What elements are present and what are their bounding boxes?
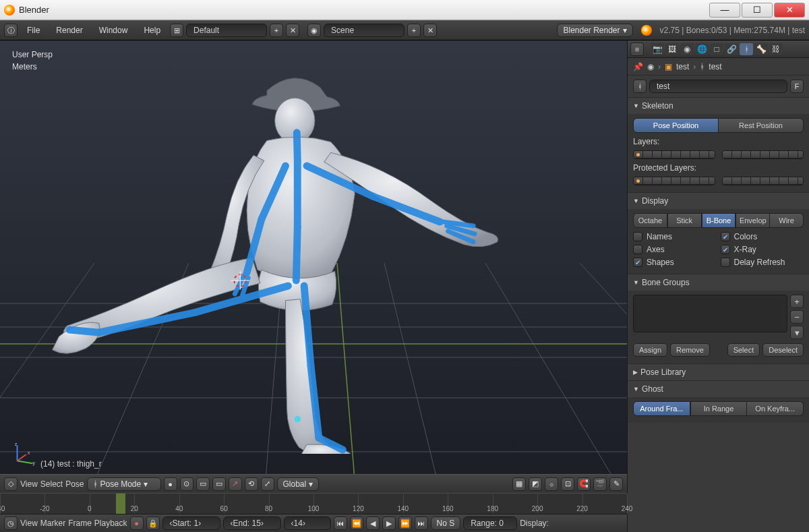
keyframe-prev-icon[interactable]: ⏪ xyxy=(350,516,363,530)
screen-layout-field[interactable]: Default xyxy=(186,24,267,37)
layer-cell[interactable] xyxy=(751,177,760,185)
layer-cell[interactable] xyxy=(789,151,798,158)
orientation-dropdown[interactable]: Global ▾ xyxy=(277,477,320,491)
tab-bone-icon[interactable]: 🦴 xyxy=(754,43,768,55)
layer-cell[interactable] xyxy=(662,177,671,185)
keyframe-next-icon[interactable]: ⏩ xyxy=(398,516,412,530)
editor-type-icon[interactable]: ◇ xyxy=(4,477,18,491)
timeline-editor-icon[interactable]: ◷ xyxy=(4,516,18,530)
tab-render-icon[interactable]: 📷 xyxy=(651,43,664,55)
layer-cell[interactable] xyxy=(634,177,643,185)
layer-cell[interactable] xyxy=(798,177,804,185)
bone-group-specials-icon[interactable]: ▾ xyxy=(790,326,804,339)
display-mode-b-bone[interactable]: B-Bone xyxy=(702,213,736,228)
protected-layers-b[interactable] xyxy=(722,177,804,185)
tab-object-icon[interactable]: □ xyxy=(710,43,723,55)
remove-scene-button[interactable]: ✕ xyxy=(423,24,437,37)
mode-dropdown[interactable]: ᚼ Pose Mode ▾ xyxy=(87,477,161,491)
layer-cell[interactable] xyxy=(643,151,653,158)
layer-cell[interactable] xyxy=(751,151,760,158)
menu-window[interactable]: Window xyxy=(92,24,135,36)
ghost-tab-1[interactable]: In Range xyxy=(690,401,748,416)
start-frame-field[interactable]: ‹ Start: 1 › xyxy=(162,516,220,530)
lock-icon[interactable]: 🔒 xyxy=(146,516,160,530)
layer-cell[interactable] xyxy=(709,177,715,185)
layer-cell[interactable] xyxy=(653,151,662,158)
fake-user-button[interactable]: F xyxy=(790,80,804,93)
layer-cell[interactable] xyxy=(681,177,690,185)
bonegroup-remove-button[interactable]: Remove xyxy=(670,343,710,357)
panel-ghost-header[interactable]: ▼Ghost xyxy=(628,381,809,397)
panel-display-header[interactable]: ▼Display xyxy=(628,193,809,209)
tl-menu-frame[interactable]: Frame xyxy=(68,519,92,528)
ghost-tab-2[interactable]: On Keyfra... xyxy=(747,401,804,416)
layer-cell[interactable] xyxy=(653,177,662,185)
manipulator-rotate-icon[interactable]: ⟲ xyxy=(245,477,258,491)
layer-cell[interactable] xyxy=(770,177,779,185)
tl-menu-marker[interactable]: Marker xyxy=(40,519,65,528)
layer-cell[interactable] xyxy=(798,151,804,158)
breadcrumb-data[interactable]: test xyxy=(709,62,721,71)
menu-help[interactable]: Help xyxy=(137,24,167,36)
manipulator-scale-icon[interactable]: ⤢ xyxy=(261,477,274,491)
timeline-cursor[interactable] xyxy=(116,494,125,514)
render-engine-dropdown[interactable]: Blender Render▾ xyxy=(557,24,632,37)
check-colors[interactable]: ✔Colors xyxy=(721,232,804,241)
check-delay[interactable]: Delay Refresh xyxy=(721,258,804,267)
armature-layers-b[interactable] xyxy=(722,150,804,159)
screen-layout-browse-icon[interactable]: ⊞ xyxy=(170,24,183,37)
rest-position-button[interactable]: Rest Position xyxy=(719,118,804,133)
3d-viewport[interactable]: User Persp Meters z y x (14) test : thig… xyxy=(0,40,627,474)
sync-dropdown[interactable]: No S xyxy=(431,516,461,530)
pose-position-button[interactable]: Pose Position xyxy=(633,118,719,133)
remove-bone-group-button[interactable]: − xyxy=(790,310,804,324)
bone-groups-list[interactable] xyxy=(633,295,787,332)
check-xray[interactable]: ✔X-Ray xyxy=(721,245,804,254)
layer-cell[interactable] xyxy=(671,177,681,185)
remove-layout-button[interactable]: ✕ xyxy=(286,24,299,37)
check-shapes[interactable]: ✔Shapes xyxy=(633,258,717,267)
vp-tool-3[interactable]: ⟐ xyxy=(545,477,558,491)
layer-cell[interactable] xyxy=(760,151,770,158)
minimize-button[interactable]: — xyxy=(709,3,740,18)
vp-tool-1[interactable]: ▦ xyxy=(512,477,526,491)
play-reverse-icon[interactable]: ◀ xyxy=(366,516,380,530)
datablock-browse-icon[interactable]: ᚼ xyxy=(633,80,647,93)
timeline[interactable]: -40-20020406080100120140160180200220240 xyxy=(0,493,627,514)
tab-bone-constraints-icon[interactable]: ⛓ xyxy=(769,43,783,55)
scene-field[interactable]: Scene xyxy=(324,24,404,37)
tab-constraints-icon[interactable]: 🔗 xyxy=(725,43,738,55)
tl-menu-playback[interactable]: Playback xyxy=(94,519,127,528)
menu-file[interactable]: File xyxy=(20,24,47,36)
tab-scene-icon[interactable]: ◉ xyxy=(680,43,694,55)
panel-bone-groups-header[interactable]: ▼Bone Groups xyxy=(628,274,809,291)
range-field[interactable]: Range: 0 xyxy=(463,516,517,530)
layer-cell[interactable] xyxy=(742,177,751,185)
tl-menu-view[interactable]: View xyxy=(20,519,38,528)
vp-render-icon[interactable]: 🎬 xyxy=(593,477,607,491)
add-layout-button[interactable]: + xyxy=(270,24,283,37)
pivot-icon[interactable]: ⊙ xyxy=(180,477,193,491)
jump-end-icon[interactable]: ⏭ xyxy=(415,516,428,530)
layer-2[interactable]: ▭ xyxy=(212,477,226,491)
display-mode-octahe[interactable]: Octahe xyxy=(633,213,667,228)
layer-cell[interactable] xyxy=(690,177,700,185)
layer-cell[interactable] xyxy=(723,151,732,158)
layer-cell[interactable] xyxy=(634,151,643,158)
layer-cell[interactable] xyxy=(671,151,681,158)
properties-editor-icon[interactable]: ≡ xyxy=(630,42,644,56)
vp-snap-icon[interactable]: 🧲 xyxy=(577,477,591,491)
bonegroup-assign-button[interactable]: Assign xyxy=(633,343,667,357)
ghost-tab-0[interactable]: Around Fra... xyxy=(633,401,690,416)
add-scene-button[interactable]: + xyxy=(407,24,421,37)
layer-cell[interactable] xyxy=(742,151,751,158)
end-frame-field[interactable]: ‹ End: 15 › xyxy=(223,516,281,530)
vp-menu-view[interactable]: View xyxy=(20,479,38,489)
check-axes[interactable]: Axes xyxy=(633,245,717,254)
shading-solid-icon[interactable]: ● xyxy=(164,477,177,491)
panel-pose-library-header[interactable]: ▶Pose Library xyxy=(628,364,809,380)
close-button[interactable]: ✕ xyxy=(774,3,805,18)
layer-cell[interactable] xyxy=(789,177,798,185)
armature-layers-a[interactable] xyxy=(633,150,715,159)
play-icon[interactable]: ▶ xyxy=(382,516,396,530)
